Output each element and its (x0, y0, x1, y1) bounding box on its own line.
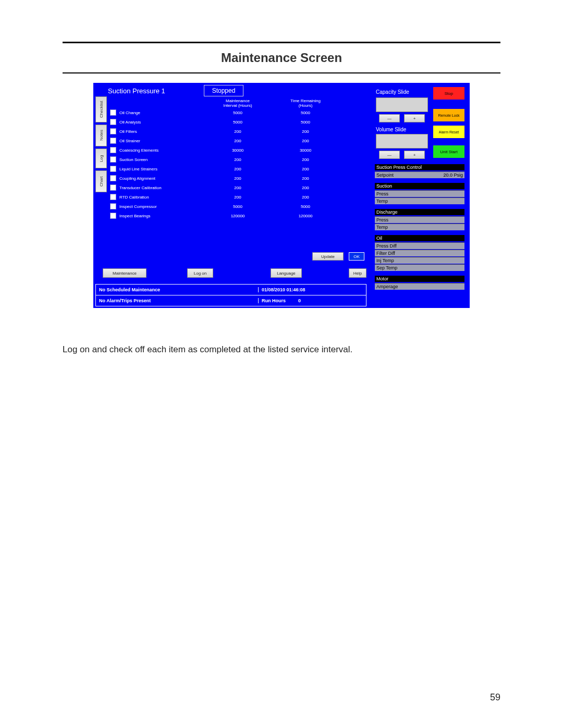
motor-header: Motor (375, 276, 464, 282)
row-interval: 120000 (204, 214, 272, 218)
volume-minus[interactable]: — (379, 151, 400, 159)
setpoint-label: Setpoint (376, 172, 394, 178)
tab-log[interactable]: Log (95, 149, 107, 168)
suction-header: Suction (375, 183, 464, 189)
row-interval: 200 (204, 167, 272, 171)
top-rule (63, 42, 500, 43)
tab-chart[interactable]: Chart (95, 170, 107, 192)
row-name: Suction Screen (119, 157, 148, 162)
remote-lock-button[interactable]: Remote Lock (433, 109, 464, 121)
row-remaining: 5000 (272, 120, 339, 125)
table-row: Oil Analysis50005000 (110, 117, 365, 127)
row-name: RTD Calibration (119, 195, 149, 200)
logon-button[interactable]: Log on (187, 268, 213, 278)
checkbox[interactable] (110, 166, 116, 172)
table-row: Oil Change50005000 (110, 108, 365, 117)
row-remaining: 200 (272, 186, 339, 190)
checkbox[interactable] (110, 213, 116, 219)
row-remaining: 200 (272, 176, 339, 181)
discharge-header: Discharge (375, 209, 464, 215)
help-button[interactable]: Help (349, 268, 366, 278)
checkbox[interactable] (110, 175, 116, 181)
capacity-minus[interactable]: — (379, 114, 400, 122)
language-button[interactable]: Language (271, 268, 302, 278)
table-row: Coupling Alignment200200 (110, 174, 365, 183)
unit-start-button[interactable]: Unit Start (433, 145, 464, 158)
tab-notes[interactable]: Notes (95, 125, 107, 146)
table-row: Inspect Compressor50005000 (110, 202, 365, 211)
page-caption: Log on and check off each item as comple… (63, 344, 500, 355)
row-name: Coalescing Elements (119, 148, 158, 153)
row-name: Transducer Calibration (119, 186, 162, 190)
row-name: Liquid Line Strainers (119, 167, 157, 171)
oil-filter-diff: Filter Diff (375, 250, 464, 256)
row-interval: 200 (204, 157, 272, 162)
checkbox[interactable] (110, 138, 116, 144)
row-name: Coupling Alignment (119, 176, 155, 181)
status-alarm: No Alarm/Trips Present (96, 298, 258, 303)
row-interval: 30000 (204, 148, 272, 153)
checkbox[interactable] (110, 119, 116, 125)
row-remaining: 5000 (272, 110, 339, 115)
checkbox[interactable] (110, 184, 116, 191)
tab-checklist[interactable]: Checklist (95, 96, 107, 122)
col-remaining: Time Remaining (Hours) (272, 98, 339, 108)
checkbox[interactable] (110, 109, 116, 116)
row-remaining: 5000 (272, 204, 339, 209)
row-remaining: 30000 (272, 148, 339, 153)
side-tabs: Checklist Notes Log Chart (95, 96, 107, 253)
discharge-temp: Temp (375, 224, 464, 230)
table-row: Transducer Calibration200200 (110, 183, 365, 192)
suction-temp: Temp (375, 198, 464, 204)
checkbox[interactable] (110, 203, 116, 209)
table-row: Liquid Line Strainers200200 (110, 164, 365, 174)
volume-plus[interactable]: + (404, 151, 425, 159)
stop-button[interactable]: Stop (433, 87, 464, 100)
hmi-screen: Suction Pressure 1 Stopped Checklist Not… (93, 83, 470, 308)
row-interval: 200 (204, 176, 272, 181)
row-interval: 5000 (204, 110, 272, 115)
row-name: Oil Analysis (119, 120, 141, 125)
maintenance-button[interactable]: Maintenance (103, 268, 146, 278)
checkbox[interactable] (110, 147, 116, 153)
status-sched: No Scheduled Maintenance (96, 287, 258, 292)
run-hours-value: 0 (298, 298, 301, 303)
suction-press: Press (375, 190, 464, 197)
suction-press-control: Suction Press Control (375, 164, 464, 170)
row-name: Oil Strainer (119, 139, 140, 143)
status-datetime: 01/08/2010 01:46:08 (258, 287, 366, 292)
table-row: Inspect Bearings120000120000 (110, 211, 365, 220)
checkbox[interactable] (110, 156, 116, 163)
row-interval: 5000 (204, 204, 272, 209)
motor-amperage: Amperage (375, 283, 464, 290)
volume-slide-label: Volume Slide (376, 127, 406, 132)
table-row: RTD Calibration200200 (110, 192, 365, 202)
col-interval: Maintenance Interval (Hours) (204, 98, 272, 108)
oil-sep-temp: Sep Temp (375, 264, 464, 271)
update-button[interactable]: Update (312, 252, 344, 261)
row-remaining: 200 (272, 129, 339, 134)
alarm-reset-button[interactable]: Alarm Reset (433, 126, 464, 138)
ok-button[interactable]: OK (349, 252, 364, 261)
header-status: Stopped (204, 85, 243, 96)
checkbox[interactable] (110, 194, 116, 200)
setpoint-value: 20.0 Psig (443, 172, 463, 178)
table-row: Oil Strainer200200 (110, 136, 365, 145)
oil-press-diff: Press Diff (375, 242, 464, 249)
discharge-press: Press (375, 216, 464, 223)
setpoint-row: Setpoint 20.0 Psig (375, 171, 464, 178)
checkbox[interactable] (110, 128, 116, 134)
page-number: 59 (490, 692, 500, 703)
row-interval: 200 (204, 195, 272, 200)
oil-header: Oil (375, 235, 464, 241)
capacity-plus[interactable]: + (404, 114, 425, 122)
table-row: Coalescing Elements3000030000 (110, 145, 365, 155)
header-suction-pressure: Suction Pressure 1 (108, 87, 212, 97)
row-interval: 5000 (204, 120, 272, 125)
row-remaining: 120000 (272, 214, 339, 218)
oil-inj-temp: Inj Temp (375, 257, 464, 264)
row-remaining: 200 (272, 195, 339, 200)
row-name: Oil Change (119, 110, 140, 115)
status-area: No Scheduled Maintenance 01/08/2010 01:4… (95, 284, 366, 306)
table-row: Oil Filters200200 (110, 127, 365, 136)
